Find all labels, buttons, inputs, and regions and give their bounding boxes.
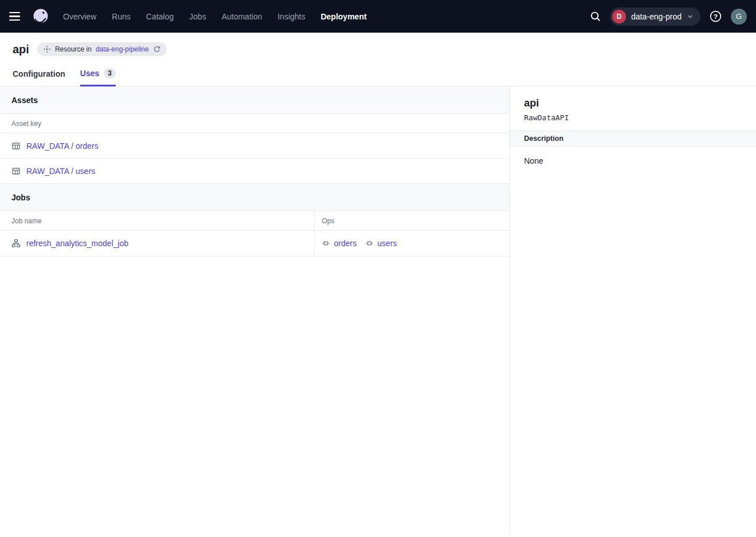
jobs-section-header: Jobs [0, 184, 509, 211]
assets-section-header: Assets [0, 86, 509, 114]
tab-bar: Configuration Uses 3 [0, 68, 756, 86]
code-location-link[interactable]: data-eng-pipeline [96, 45, 149, 53]
job-name-column-header: Job name [0, 211, 314, 230]
resource-icon [43, 45, 51, 53]
table-row: RAW_DATA / orders [0, 133, 509, 159]
assets-column-header-row: Asset key [0, 114, 509, 133]
panel-resource-type: RawDataAPI [524, 113, 742, 122]
deployment-switcher[interactable]: D data-eng-prod [610, 7, 700, 26]
primary-nav: Overview Runs Catalog Jobs Automation In… [63, 12, 367, 21]
table-row: refresh_analytics_model_job orders [0, 231, 509, 256]
search-icon[interactable] [589, 10, 601, 22]
badge-text: Resource in [55, 45, 92, 53]
job-icon [11, 239, 21, 248]
table-row: RAW_DATA / users [0, 159, 509, 184]
panel-description-header: Description [510, 131, 756, 147]
dagster-logo-icon[interactable] [31, 7, 50, 26]
op-icon [365, 239, 373, 247]
ops-column-header: Ops [314, 211, 509, 230]
asset-table-icon [11, 141, 21, 151]
asset-link-orders[interactable]: RAW_DATA / orders [26, 141, 99, 151]
top-navbar: Overview Runs Catalog Jobs Automation In… [0, 0, 756, 33]
panel-description-value: None [510, 147, 756, 175]
hamburger-menu-icon[interactable] [9, 9, 25, 25]
tab-configuration[interactable]: Configuration [13, 69, 65, 86]
nav-item-automation[interactable]: Automation [222, 12, 262, 21]
job-ops-cell: orders users [314, 231, 509, 256]
panel-resource-name: api [524, 97, 742, 109]
resource-detail-panel: api RawDataAPI Description None [510, 86, 756, 533]
tab-uses-count-badge: 3 [104, 68, 116, 78]
asset-link-users[interactable]: RAW_DATA / users [26, 167, 95, 176]
nav-item-overview[interactable]: Overview [63, 12, 96, 21]
op-link-orders[interactable]: orders [334, 239, 357, 248]
resource-location-badge: Resource in data-eng-pipeline [37, 42, 167, 56]
chevron-down-icon [687, 13, 694, 20]
uses-content: Assets Asset key RAW_DATA / orders RAW_D… [0, 86, 510, 533]
nav-item-catalog[interactable]: Catalog [146, 12, 174, 21]
job-name-cell: refresh_analytics_model_job [0, 231, 314, 256]
op-icon [322, 239, 330, 247]
help-icon[interactable]: ? [709, 10, 722, 23]
svg-text:?: ? [714, 13, 718, 20]
job-link[interactable]: refresh_analytics_model_job [26, 239, 128, 248]
tab-uses[interactable]: Uses 3 [80, 68, 116, 86]
asset-key-column-header: Asset key [0, 120, 53, 128]
user-avatar[interactable]: G [731, 9, 747, 25]
nav-item-jobs[interactable]: Jobs [189, 12, 206, 21]
nav-item-runs[interactable]: Runs [112, 12, 131, 21]
op-link-users[interactable]: users [377, 239, 397, 248]
reload-icon[interactable] [153, 45, 161, 53]
jobs-column-header-row: Job name Ops [0, 211, 509, 231]
deployment-initial-badge: D [612, 10, 626, 23]
nav-item-deployment[interactable]: Deployment [321, 12, 367, 21]
deployment-name: data-eng-prod [631, 12, 682, 21]
asset-table-icon [11, 167, 21, 176]
page-header: api Resource in data-eng-pipeline [0, 33, 756, 56]
page-title: api [13, 43, 29, 56]
nav-item-insights[interactable]: Insights [278, 12, 305, 21]
